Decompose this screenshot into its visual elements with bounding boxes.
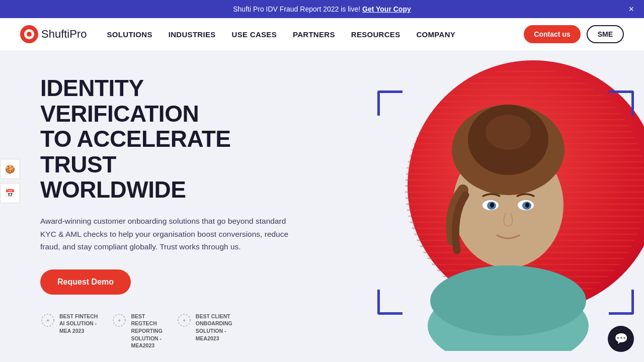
hero-person-image bbox=[387, 50, 629, 360]
svg-point-2 bbox=[27, 32, 32, 37]
hero-subtitle: Award-winning customer onboarding soluti… bbox=[40, 215, 297, 253]
scan-bracket-bottom-left bbox=[377, 290, 403, 315]
person-svg bbox=[408, 59, 609, 351]
navbar: ShuftiPro SOLUTIONS INDUSTRIES USE CASES… bbox=[0, 18, 644, 50]
sme-button[interactable]: SME bbox=[587, 25, 624, 43]
award-1: ✦ BEST FINTECH AI SOLUTION - MEA 2023 bbox=[40, 313, 98, 335]
logo[interactable]: ShuftiPro bbox=[20, 25, 87, 43]
announcement-bar: Shufti Pro IDV Fraud Report 2022 is live… bbox=[0, 0, 644, 18]
chat-icon: 💬 bbox=[614, 332, 628, 345]
hero-image-area bbox=[352, 50, 644, 360]
announcement-close-button[interactable]: × bbox=[628, 4, 634, 15]
svg-text:✦: ✦ bbox=[182, 318, 186, 323]
svg-text:✦: ✦ bbox=[46, 318, 50, 323]
award-3: ✦ BEST CLIENT ONBOARDING SOLUTION - MEA2… bbox=[177, 313, 232, 342]
scan-bracket-top-right bbox=[609, 90, 634, 116]
nav-company[interactable]: COMPANY bbox=[416, 30, 455, 39]
hero-content: IDENTITY VERIFICATION TO ACCELERATE TRUS… bbox=[0, 50, 327, 360]
svg-text:✦: ✦ bbox=[117, 318, 121, 323]
award-2: ✦ BEST REGTECH REPORTING SOLUTION - MEA2… bbox=[112, 313, 162, 349]
cookie-icon-button[interactable]: 🍪 bbox=[0, 159, 20, 179]
calendar-icon-button[interactable]: 📅 bbox=[0, 183, 20, 203]
nav-partners[interactable]: PARTNERS bbox=[293, 30, 335, 39]
nav-industries[interactable]: INDUSTRIES bbox=[169, 30, 216, 39]
award-2-text: BEST REGTECH REPORTING SOLUTION - MEA202… bbox=[131, 313, 162, 349]
nav-resources[interactable]: RESOURCES bbox=[351, 30, 400, 39]
announcement-text: Shufti Pro IDV Fraud Report 2022 is live… bbox=[233, 5, 360, 13]
svg-point-62 bbox=[490, 203, 494, 208]
svg-point-57 bbox=[486, 115, 531, 150]
nav-use-cases[interactable]: USE CASES bbox=[232, 30, 277, 39]
side-icons: 🍪 📅 bbox=[0, 159, 20, 203]
award-2-icon: ✦ bbox=[112, 313, 127, 328]
announcement-link[interactable]: Get Your Copy bbox=[362, 5, 411, 13]
scan-bracket-bottom-right bbox=[609, 290, 634, 315]
svg-point-63 bbox=[525, 203, 529, 208]
award-1-text: BEST FINTECH AI SOLUTION - MEA 2023 bbox=[59, 313, 98, 335]
award-3-text: BEST CLIENT ONBOARDING SOLUTION - MEA202… bbox=[196, 313, 232, 342]
contact-us-button[interactable]: Contact us bbox=[524, 25, 580, 43]
hero-title: IDENTITY VERIFICATION TO ACCELERATE TRUS… bbox=[40, 75, 297, 203]
awards-section: ✦ BEST FINTECH AI SOLUTION - MEA 2023 ✦ … bbox=[40, 313, 297, 349]
logo-text: ShuftiPro bbox=[41, 28, 87, 41]
nav-actions: Contact us SME bbox=[524, 25, 624, 43]
scan-bracket-top-left bbox=[377, 90, 403, 116]
nav-solutions[interactable]: SOLUTIONS bbox=[107, 30, 152, 39]
chat-button[interactable]: 💬 bbox=[608, 326, 634, 352]
award-1-icon: ✦ bbox=[40, 313, 55, 328]
request-demo-button[interactable]: Request Demo bbox=[40, 269, 131, 295]
logo-icon bbox=[20, 25, 38, 43]
nav-links: SOLUTIONS INDUSTRIES USE CASES PARTNERS … bbox=[107, 30, 524, 39]
award-3-icon: ✦ bbox=[177, 313, 192, 328]
hero-section: IDENTITY VERIFICATION TO ACCELERATE TRUS… bbox=[0, 50, 644, 360]
svg-point-64 bbox=[430, 265, 586, 336]
